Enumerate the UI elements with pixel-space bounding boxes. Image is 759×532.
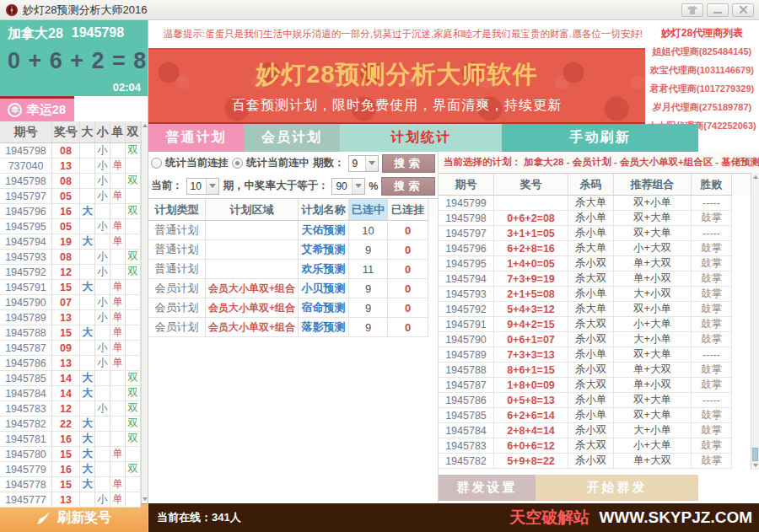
arrow-down-icon[interactable] [753,464,758,467]
main-tab[interactable]: 在线群聊 [698,124,759,152]
draw-history-row[interactable]: 1945798 08 小 双 [0,143,141,159]
plan-row[interactable]: 普通计划 欢乐预测 11 0 [148,260,438,279]
draw-history-row[interactable]: 1945795 05 小 单 [0,219,141,234]
cell-win-lose: 鼓掌 [692,332,732,347]
prediction-row[interactable]: 1945799 杀大单 双+小单 ----- [439,196,751,211]
cell-draw-code: 5+9+8=22 [494,454,568,469]
group-send-button[interactable]: 群发设置 [439,475,536,501]
cell-hit-streak: 10 [349,221,388,240]
prediction-row[interactable]: 1945796 6+2+8=16 杀大单 小+大双 鼓掌 [439,241,751,256]
draw-history-row[interactable]: 1945785 14 大 双 [0,371,141,386]
close-icon[interactable] [732,3,754,17]
cell-plan-name: 小贝预测 [299,279,349,298]
draw-history-row[interactable]: 1945798 08 小 双 [0,174,141,189]
periods-select[interactable]: 9 [348,155,380,172]
draw-history-row[interactable]: 1945790 07 小 单 [0,295,141,310]
group-send-button[interactable]: 开始群发 [536,475,698,501]
game-tab[interactable]: 加 加拿大28 [74,96,148,121]
prediction-row[interactable]: 1945789 7+3+3=13 杀小单 双+大单 ----- [439,347,751,363]
cell-even [126,219,141,234]
plan-row[interactable]: 会员计划 会员大小单双+组合 小贝预测 9 0 [148,279,438,298]
cell-recommend-combo: 单+大双 [614,363,692,378]
prediction-row[interactable]: 1945790 0+6+1=07 杀小双 大+小单 鼓掌 [439,332,751,347]
prediction-row[interactable]: 1945783 6+0+6=12 杀大双 小+大单 鼓掌 [439,438,751,454]
draw-history-row[interactable]: 1945780 15 大 单 [0,447,141,462]
cell-draw-code: 2+8+4=14 [494,423,568,438]
plan-row[interactable]: 会员计划 会员大小单双+组合 宿命预测 9 0 [148,298,438,318]
prediction-row[interactable]: 1945784 2+8+4=14 杀小双 大+小单 鼓掌 [439,423,751,438]
draw-history-row[interactable]: 1945796 16 大 双 [0,204,141,219]
arrow-up-icon[interactable] [143,124,148,127]
draw-history-row[interactable]: 1945797 05 小 单 [0,189,141,204]
group-send-button[interactable]: 停止群发 [698,475,759,501]
draw-history-row[interactable]: 1945793 08 小 双 [0,250,141,265]
arrow-down-icon[interactable] [143,497,148,501]
left-panel: 加拿大28 1945798 0 + 6 + 2 = 8 02:04 幸 幸运28… [0,20,148,532]
draw-history-row[interactable]: 1945777 13 小 单 [0,492,141,508]
draw-history-row[interactable]: 1945781 16 大 双 [0,432,141,447]
current-select[interactable]: 10 [186,178,220,195]
agent-item[interactable]: 姐姐代理商(825484145) [645,46,759,58]
prediction-row[interactable]: 1945788 8+6+1=15 杀小双 单+大双 鼓掌 [439,363,751,378]
cell-small: 小 [95,356,110,370]
draw-history-row[interactable]: 1945787 09 小 单 [0,341,141,356]
draw-history-row[interactable]: 1945794 19 大 单 [0,234,141,250]
prediction-row[interactable]: 1945785 6+2+6=14 杀小单 双+大单 鼓掌 [439,408,751,423]
prediction-row[interactable]: 1945791 9+4+2=15 杀大双 小+大单 鼓掌 [439,317,751,332]
cell-odd: 单 [110,447,126,461]
draw-history-row[interactable]: 1945788 15 大 单 [0,325,141,341]
left-table-scrollbar[interactable] [141,121,148,503]
cell-number: 16 [52,462,80,476]
refresh-draws-label: 刷新奖号 [57,509,111,527]
prediction-row[interactable]: 1945792 5+4+3=12 杀大单 双+小单 鼓掌 [439,302,751,317]
arrow-up-icon[interactable] [753,175,758,179]
radio-stat-hit[interactable] [232,158,243,169]
draw-history-row[interactable]: 1945789 13 小 单 [0,310,141,325]
draw-history-row[interactable]: 1945782 22 大 双 [0,416,141,432]
plan-row[interactable]: 会员计划 会员大小单双+组合 落影预测 9 0 [148,318,438,337]
cell-issue: 1945798 [439,211,494,226]
prediction-row[interactable]: 1945782 5+9+8=22 杀小双 单+大双 鼓掌 [439,454,751,469]
prediction-row[interactable]: 1945787 1+8+0=09 杀大双 单+小双 鼓掌 [439,378,751,393]
prediction-row[interactable]: 1945786 0+5+8=13 杀小单 双+大单 ----- [439,393,751,408]
plan-row[interactable]: 普通计划 艾希预测 9 0 [148,240,438,260]
cell-small: 小 [95,295,110,309]
agent-item[interactable]: 君君代理商(1017279329) [645,83,759,95]
agent-item[interactable]: 岁月代理商(275189787) [645,101,759,114]
refresh-draws-button[interactable]: 刷新奖号 [0,503,148,532]
main-tab[interactable]: 普通计划 [148,124,244,152]
scrollbar-thumb[interactable] [752,448,758,461]
cell-small: 小 [95,219,110,234]
main-tab[interactable]: 会员计划 [244,124,340,152]
prediction-row[interactable]: 1945793 2+1+5=08 杀小单 大+小双 鼓掌 [439,287,751,302]
agent-item[interactable]: 欢宝代理商(1031146679) [645,64,759,77]
draw-history-rows: 1945798 08 小 双 737040 13 小 单 1 [0,143,141,503]
draw-history-row[interactable]: 737040 13 小 单 [0,159,141,174]
search-button-bottom[interactable]: 搜索 [381,177,435,196]
minimize-icon[interactable] [707,3,729,17]
selected-plan-info: 当前选择的计划： 加拿大28 - 会员计划 - 会员大小单双+组合区 - 基佬预… [439,152,759,173]
cell-issue: 1945789 [439,347,494,363]
radio-stat-miss[interactable] [151,158,162,169]
prediction-row[interactable]: 1945797 3+1+1=05 杀小单 双+大单 ----- [439,226,751,241]
game-tab[interactable]: 幸 幸运28 [0,96,74,121]
draw-history-row[interactable]: 1945783 12 小 双 [0,401,141,416]
prediction-row[interactable]: 1945795 1+4+0=05 杀小双 单+大双 鼓掌 [439,256,751,271]
main-tab[interactable]: 手动刷新 [502,124,698,152]
draw-history-row[interactable]: 1945778 15 大 单 [0,477,141,492]
prediction-row[interactable]: 1945798 0+6+2=08 杀小单 双+大单 鼓掌 [439,211,751,226]
draw-history-row[interactable]: 1945784 14 大 双 [0,386,141,401]
draw-history-row[interactable]: 1945786 13 小 单 [0,356,141,371]
draw-history-row[interactable]: 1945791 15 大 单 [0,280,141,295]
draw-history-row[interactable]: 1945779 16 大 双 [0,462,141,477]
cell-recommend-combo: 小+大单 [614,317,692,332]
draw-history-row[interactable]: 1945792 12 小 双 [0,265,141,280]
prediction-row[interactable]: 1945794 7+3+9=19 杀大双 单+小双 鼓掌 [439,271,751,287]
rate-select[interactable]: 90 [331,178,365,195]
theme-icon[interactable] [681,3,703,17]
search-button-top[interactable]: 搜索 [382,154,435,173]
main-tab[interactable]: 计划统计 [340,124,502,152]
plan-row[interactable]: 普通计划 天佑预测 10 0 [148,221,438,240]
prediction-table-scrollbar[interactable] [751,173,759,470]
cell-plan-region [206,240,299,260]
